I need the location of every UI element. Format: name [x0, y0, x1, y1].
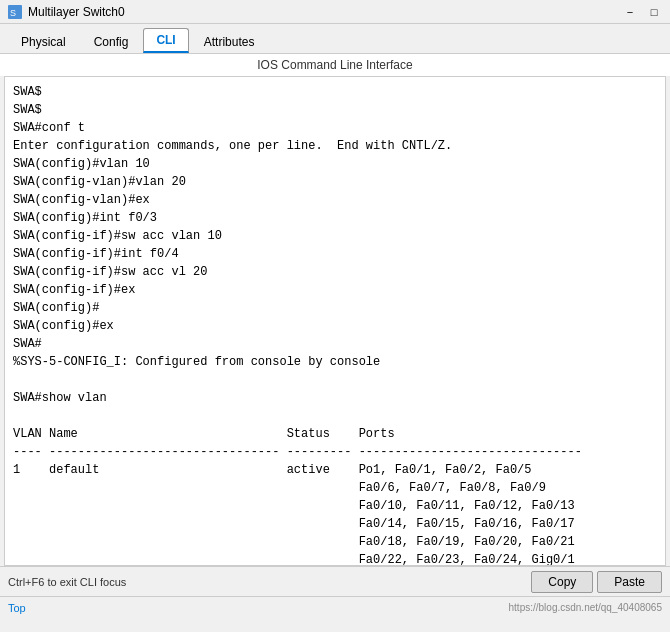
- tab-attributes[interactable]: Attributes: [191, 30, 268, 53]
- window-controls: − □: [622, 6, 662, 18]
- top-link[interactable]: Top: [8, 602, 26, 614]
- action-buttons: Copy Paste: [531, 571, 662, 593]
- footer-bar: Top https://blog.csdn.net/qq_40408065: [0, 596, 670, 618]
- tab-physical[interactable]: Physical: [8, 30, 79, 53]
- maximize-button[interactable]: □: [646, 6, 662, 18]
- watermark: https://blog.csdn.net/qq_40408065: [509, 602, 662, 613]
- minimize-button[interactable]: −: [622, 6, 638, 18]
- terminal-content[interactable]: SWA$ SWA$ SWA#conf t Enter configuration…: [5, 77, 665, 566]
- tab-config[interactable]: Config: [81, 30, 142, 53]
- svg-text:S: S: [10, 8, 16, 18]
- section-title: IOS Command Line Interface: [0, 54, 670, 76]
- copy-button[interactable]: Copy: [531, 571, 593, 593]
- bottom-bar: Ctrl+F6 to exit CLI focus Copy Paste: [0, 566, 670, 596]
- app-icon: S: [8, 5, 22, 19]
- paste-button[interactable]: Paste: [597, 571, 662, 593]
- terminal-container[interactable]: SWA$ SWA$ SWA#conf t Enter configuration…: [4, 76, 666, 566]
- tab-bar: Physical Config CLI Attributes: [0, 24, 670, 54]
- window-title: Multilayer Switch0: [28, 5, 622, 19]
- tab-cli[interactable]: CLI: [143, 28, 188, 53]
- title-bar: S Multilayer Switch0 − □: [0, 0, 670, 24]
- cli-hint: Ctrl+F6 to exit CLI focus: [8, 576, 126, 588]
